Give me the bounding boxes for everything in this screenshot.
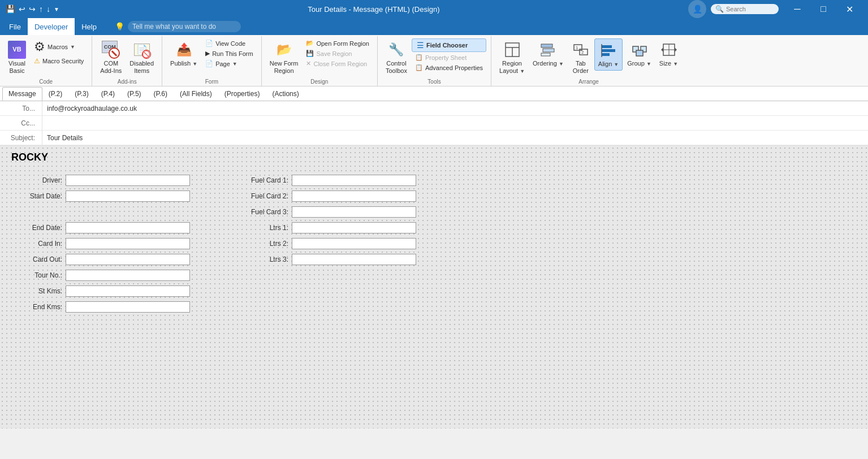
- close-form-region-label: Close Form Region: [313, 60, 367, 67]
- macro-security-button[interactable]: ⚠ Macro Security: [31, 56, 87, 66]
- subject-separator: [42, 131, 42, 145]
- tab-message[interactable]: Message: [2, 87, 42, 101]
- search-box[interactable]: 🔍 Search: [711, 4, 779, 14]
- view-code-icon: 📄: [205, 40, 213, 47]
- menu-file[interactable]: File: [2, 18, 28, 35]
- fuel-card-2-input[interactable]: [292, 190, 416, 202]
- close-form-region-button[interactable]: ✕ Close Form Region: [303, 59, 373, 68]
- save-icon[interactable]: 💾: [6, 5, 15, 14]
- cc-label[interactable]: Cc...: [0, 119, 40, 127]
- fuel-card-1-input[interactable]: [292, 175, 416, 186]
- end-kms-input[interactable]: [66, 301, 190, 313]
- menu-help[interactable]: Help: [75, 18, 103, 35]
- card-in-input[interactable]: [66, 238, 190, 249]
- advanced-properties-button[interactable]: 📋 Advanced Properties: [412, 63, 486, 72]
- fuel-card-3-input[interactable]: [292, 206, 416, 218]
- ltrs-1-input[interactable]: [292, 222, 416, 233]
- ltrs-3-row: Ltrs 3:: [237, 254, 464, 265]
- visual-basic-label: VisualBasic: [8, 60, 25, 75]
- ribbon-group-tools: 🔧 ControlToolbox ☰ Field Chooser 📋 Prope…: [378, 36, 491, 86]
- account-icon[interactable]: 👤: [688, 0, 706, 18]
- property-sheet-label: Property Sheet: [425, 54, 467, 61]
- driver-input[interactable]: [66, 175, 190, 186]
- move-up-icon[interactable]: ↑: [39, 5, 43, 14]
- minimize-button[interactable]: ─: [784, 0, 810, 18]
- redo-icon[interactable]: ↪: [29, 5, 36, 14]
- cc-value[interactable]: [45, 122, 868, 125]
- align-button[interactable]: Align ▼: [594, 38, 623, 71]
- macros-column: ⚙ Macros ▼ ⚠ Macro Security: [31, 38, 87, 66]
- run-this-form-button[interactable]: ▶ Run This Form: [202, 49, 257, 58]
- ribbon-group-form-items: 📤 Publish ▼ 📄 View Code ▶ Run This Form …: [167, 38, 257, 77]
- fuel-card-2-row: Fuel Card 2:: [237, 190, 464, 202]
- dropdown-icon[interactable]: ▼: [54, 6, 59, 12]
- to-row: To... info@rockyroadhaulage.co.uk: [0, 101, 868, 116]
- property-sheet-button[interactable]: 📋 Property Sheet: [412, 53, 486, 62]
- ltrs-2-input[interactable]: [292, 238, 416, 249]
- tab-properties[interactable]: (Properties): [218, 87, 266, 100]
- tab-p3[interactable]: (P.3): [68, 87, 94, 100]
- open-form-region-button[interactable]: 📂 Open Form Region: [303, 38, 373, 48]
- ordering-label: Ordering ▼: [533, 60, 564, 67]
- to-label[interactable]: To...: [0, 105, 40, 112]
- run-this-form-label: Run This Form: [212, 50, 253, 57]
- start-date-input[interactable]: [66, 190, 190, 202]
- tour-no-label: Tour No.:: [11, 271, 62, 279]
- save-region-button[interactable]: 💾 Save Region: [303, 49, 373, 58]
- tab-actions[interactable]: (Actions): [266, 87, 305, 100]
- tab-order-button[interactable]: 1 2 TabOrder: [568, 38, 593, 77]
- visual-basic-button[interactable]: VB VisualBasic: [5, 38, 29, 77]
- property-sheet-icon: 📋: [415, 54, 423, 61]
- publish-button[interactable]: 📤 Publish ▼: [167, 38, 201, 70]
- close-button[interactable]: ✕: [836, 0, 862, 18]
- field-chooser-button[interactable]: ☰ Field Chooser: [412, 38, 486, 52]
- end-date-input[interactable]: [66, 222, 190, 233]
- ltrs-2-label: Ltrs 2:: [237, 240, 288, 248]
- macros-button[interactable]: ⚙ Macros ▼: [31, 38, 87, 55]
- page-button[interactable]: 📄 Page ▼: [202, 59, 257, 68]
- menu-developer[interactable]: Developer: [28, 18, 75, 35]
- page-dropdown-icon: ▼: [232, 61, 237, 67]
- disabled-items-button[interactable]: 📄 🚫 DisabledItems: [126, 38, 157, 77]
- tab-all-fields[interactable]: (All Fields): [174, 87, 218, 100]
- undo-icon[interactable]: ↩: [19, 5, 25, 14]
- ltrs-3-input[interactable]: [292, 254, 416, 265]
- tab-p5[interactable]: (P.5): [121, 87, 147, 100]
- ribbon: VB VisualBasic ⚙ Macros ▼ ⚠ Macro Securi…: [0, 35, 868, 86]
- st-kms-row: St Kms:: [11, 285, 237, 297]
- ordering-button[interactable]: Ordering ▼: [529, 38, 567, 70]
- tell-me-input[interactable]: [128, 21, 241, 32]
- tab-p2[interactable]: (P.2): [42, 87, 68, 100]
- form-left-column: Driver: Start Date: End Date: Card In: C…: [11, 175, 237, 313]
- design-group-label: Design: [266, 77, 373, 86]
- com-add-ins-button[interactable]: COM COMAdd-Ins: [97, 38, 125, 77]
- card-out-input[interactable]: [66, 254, 190, 265]
- tour-no-input[interactable]: [66, 270, 190, 281]
- ribbon-group-design: 📂 New FormRegion 📂 Open Form Region 💾 Sa…: [262, 36, 378, 86]
- to-separator: [42, 101, 42, 115]
- tab-order-icon: 1 2: [572, 41, 590, 59]
- control-toolbox-label: ControlToolbox: [386, 60, 407, 75]
- form-column: 📄 View Code ▶ Run This Form 📄 Page ▼: [202, 38, 257, 68]
- tab-p6[interactable]: (P.6): [148, 87, 174, 100]
- lightbulb-icon: 💡: [115, 22, 124, 31]
- subject-value[interactable]: Tour Details: [45, 132, 868, 144]
- move-down-icon[interactable]: ↓: [46, 5, 50, 14]
- view-code-button[interactable]: 📄 View Code: [202, 38, 257, 48]
- new-form-region-button[interactable]: 📂 New FormRegion: [266, 38, 302, 77]
- ribbon-group-design-items: 📂 New FormRegion 📂 Open Form Region 💾 Sa…: [266, 38, 373, 77]
- cc-row: Cc...: [0, 116, 868, 131]
- com-add-ins-icon: COM: [102, 41, 120, 59]
- driver-label: Driver:: [11, 176, 62, 184]
- st-kms-input[interactable]: [66, 285, 190, 297]
- ribbon-group-form: 📤 Publish ▼ 📄 View Code ▶ Run This Form …: [162, 36, 262, 86]
- region-layout-button[interactable]: RegionLayout ▼: [496, 38, 528, 77]
- to-value[interactable]: info@rockyroadhaulage.co.uk: [45, 103, 868, 114]
- group-button[interactable]: Group ▼: [624, 38, 655, 70]
- control-toolbox-button[interactable]: 🔧 ControlToolbox: [382, 38, 411, 77]
- size-button[interactable]: Size ▼: [656, 38, 681, 70]
- maximize-button[interactable]: □: [810, 0, 836, 18]
- svg-marker-20: [675, 47, 677, 52]
- tab-p4[interactable]: (P.4): [95, 87, 121, 100]
- tools-column: ☰ Field Chooser 📋 Property Sheet 📋 Advan…: [412, 38, 486, 72]
